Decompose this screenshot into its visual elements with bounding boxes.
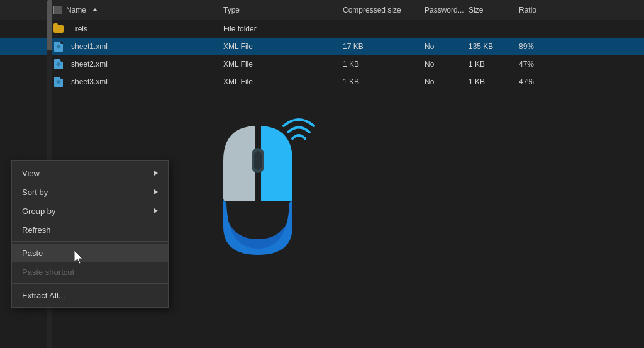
file-ratio: 47% [519,77,534,86]
menu-separator [12,241,168,242]
file-compressed-cell: 1 KB [343,77,425,86]
submenu-chevron-icon [154,171,158,176]
file-password: No [425,77,434,86]
file-name: sheet1.xml [71,42,108,51]
svg-rect-2 [254,151,262,170]
file-type: File folder [223,25,257,33]
file-explorer: Name Type Compressed size Password... Si… [0,0,644,348]
table-row[interactable]: sheet1.xml XML File 17 KB No 135 KB 89% [0,38,644,55]
file-ratio: 89% [519,42,534,51]
menu-item-label: Refresh [22,225,51,235]
file-name: _rels [71,25,87,33]
menu-item-extract-all[interactable]: Extract All... [12,286,168,305]
file-type: XML File [223,60,253,69]
file-compressed-cell: 1 KB [343,60,425,69]
col-header-compressed[interactable]: Compressed size [343,6,425,14]
file-size: 135 KB [469,42,493,51]
menu-item-view[interactable]: View [12,164,168,182]
header-checkbox[interactable] [53,6,62,14]
col-header-name[interactable]: Name [53,6,223,14]
file-compressed-size: 17 KB [343,42,364,51]
file-list: _rels File folder sheet1.xml [0,20,644,91]
col-header-size[interactable]: Size [469,6,519,14]
table-row[interactable]: sheet2.xml XML File 1 KB No 1 KB 47% [0,55,644,73]
file-password-cell: No [425,77,469,86]
file-compressed-size: 1 KB [343,60,359,69]
col-header-password[interactable]: Password... [425,6,469,14]
file-name-cell: sheet3.xml [53,77,223,87]
file-ratio-cell: 47% [519,60,557,69]
svg-marker-3 [74,250,82,264]
file-size-cell: 135 KB [469,42,519,51]
file-size-cell: 1 KB [469,60,519,69]
file-password-cell: No [425,60,469,69]
menu-item-label: Paste [22,249,43,258]
file-compressed-size: 1 KB [343,77,359,86]
mouse-illustration [195,101,321,289]
col-name-label: Name [66,6,86,14]
submenu-chevron-icon [154,189,158,194]
file-type-cell: XML File [223,42,343,51]
file-type-cell: XML File [223,60,343,69]
file-type: XML File [223,77,253,86]
file-ratio: 47% [519,60,534,69]
table-header: Name Type Compressed size Password... Si… [0,0,644,20]
file-type-cell: XML File [223,77,343,86]
file-name: sheet2.xml [71,60,108,69]
file-password: No [425,42,434,51]
menu-item-label: Sort by [22,188,48,197]
xml-file-icon [53,42,64,52]
menu-item-refresh[interactable]: Refresh [12,220,168,239]
scroll-thumb[interactable] [47,0,52,50]
menu-separator [12,283,168,284]
file-password-cell: No [425,42,469,51]
file-name-cell: _rels [53,24,223,34]
file-type-cell: File folder [223,25,343,33]
file-size-cell: 1 KB [469,77,519,86]
xml-file-icon [53,77,64,87]
file-name-cell: sheet2.xml [53,59,223,69]
menu-item-label: View [22,169,40,178]
submenu-chevron-icon [154,208,158,213]
file-size: 1 KB [469,77,485,86]
sort-arrow-icon [92,8,97,11]
menu-item-label: Extract All... [22,291,65,300]
table-row[interactable]: sheet3.xml XML File 1 KB No 1 KB 47% [0,73,644,91]
file-name-cell: sheet1.xml [53,42,223,52]
file-ratio-cell: 47% [519,77,557,86]
menu-item-label: Group by [22,206,55,216]
table-row[interactable]: _rels File folder [0,20,644,38]
menu-item-group-by[interactable]: Group by [12,201,168,220]
context-menu: ViewSort byGroup byRefreshPastePaste sho… [11,160,169,308]
file-password: No [425,60,434,69]
file-name: sheet3.xml [71,77,108,86]
file-size: 1 KB [469,60,485,69]
menu-item-paste-shortcut: Paste shortcut [12,262,168,281]
folder-icon [53,24,64,34]
menu-item-label: Paste shortcut [22,267,74,277]
xml-file-icon [53,59,64,69]
file-type: XML File [223,42,253,51]
file-ratio-cell: 89% [519,42,557,51]
menu-item-paste[interactable]: Paste [12,244,168,262]
col-header-type[interactable]: Type [223,6,343,14]
col-header-ratio[interactable]: Ratio [519,6,557,14]
file-compressed-cell: 17 KB [343,42,425,51]
cursor-icon [74,250,84,264]
menu-item-sort-by[interactable]: Sort by [12,182,168,201]
